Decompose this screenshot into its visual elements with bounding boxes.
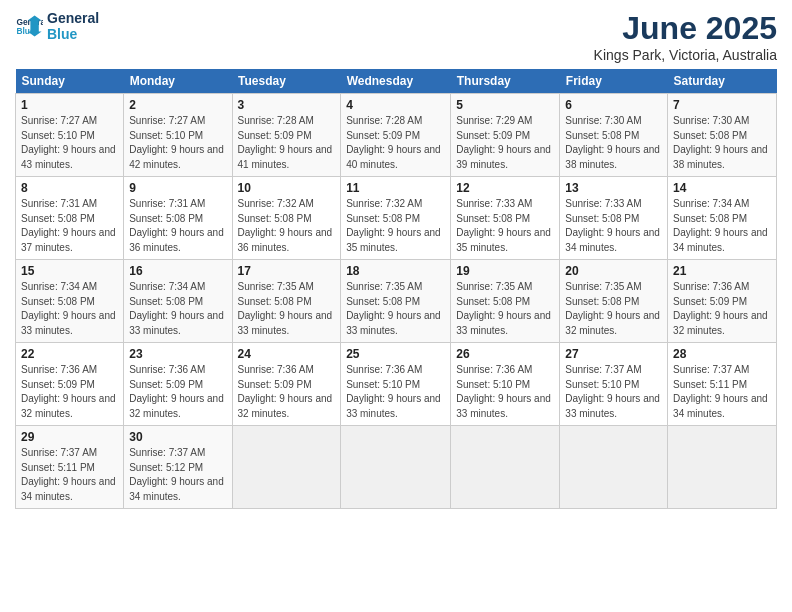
calendar-body: 1 Sunrise: 7:27 AM Sunset: 5:10 PM Dayli… — [16, 94, 777, 509]
month-title: June 2025 — [594, 10, 777, 47]
day-detail: Sunrise: 7:36 AM Sunset: 5:09 PM Dayligh… — [673, 280, 771, 338]
day-of-week-header-row: SundayMondayTuesdayWednesdayThursdayFrid… — [16, 69, 777, 94]
day-number: 21 — [673, 264, 771, 278]
day-number: 8 — [21, 181, 118, 195]
empty-cell — [560, 426, 668, 509]
day-cell-4: 4 Sunrise: 7:28 AM Sunset: 5:09 PM Dayli… — [341, 94, 451, 177]
day-number: 12 — [456, 181, 554, 195]
logo-icon: General Blue — [15, 12, 43, 40]
day-detail: Sunrise: 7:27 AM Sunset: 5:10 PM Dayligh… — [21, 114, 118, 172]
empty-cell — [341, 426, 451, 509]
day-number: 13 — [565, 181, 662, 195]
day-cell-6: 6 Sunrise: 7:30 AM Sunset: 5:08 PM Dayli… — [560, 94, 668, 177]
day-detail: Sunrise: 7:33 AM Sunset: 5:08 PM Dayligh… — [565, 197, 662, 255]
day-detail: Sunrise: 7:35 AM Sunset: 5:08 PM Dayligh… — [346, 280, 445, 338]
calendar-container: General Blue General Blue June 2025 King… — [0, 0, 792, 612]
day-number: 26 — [456, 347, 554, 361]
day-cell-22: 22 Sunrise: 7:36 AM Sunset: 5:09 PM Dayl… — [16, 343, 124, 426]
day-detail: Sunrise: 7:28 AM Sunset: 5:09 PM Dayligh… — [346, 114, 445, 172]
day-detail: Sunrise: 7:36 AM Sunset: 5:10 PM Dayligh… — [456, 363, 554, 421]
day-number: 23 — [129, 347, 226, 361]
logo: General Blue General Blue — [15, 10, 99, 42]
week-row-4: 22 Sunrise: 7:36 AM Sunset: 5:09 PM Dayl… — [16, 343, 777, 426]
day-detail: Sunrise: 7:27 AM Sunset: 5:10 PM Dayligh… — [129, 114, 226, 172]
day-detail: Sunrise: 7:37 AM Sunset: 5:11 PM Dayligh… — [673, 363, 771, 421]
day-number: 2 — [129, 98, 226, 112]
day-number: 1 — [21, 98, 118, 112]
svg-text:General: General — [16, 17, 43, 27]
day-detail: Sunrise: 7:35 AM Sunset: 5:08 PM Dayligh… — [565, 280, 662, 338]
day-cell-3: 3 Sunrise: 7:28 AM Sunset: 5:09 PM Dayli… — [232, 94, 341, 177]
logo-blue: Blue — [47, 26, 99, 42]
day-cell-17: 17 Sunrise: 7:35 AM Sunset: 5:08 PM Dayl… — [232, 260, 341, 343]
day-cell-7: 7 Sunrise: 7:30 AM Sunset: 5:08 PM Dayli… — [668, 94, 777, 177]
day-number: 25 — [346, 347, 445, 361]
day-detail: Sunrise: 7:37 AM Sunset: 5:12 PM Dayligh… — [129, 446, 226, 504]
day-cell-19: 19 Sunrise: 7:35 AM Sunset: 5:08 PM Dayl… — [451, 260, 560, 343]
day-cell-29: 29 Sunrise: 7:37 AM Sunset: 5:11 PM Dayl… — [16, 426, 124, 509]
day-number: 27 — [565, 347, 662, 361]
day-cell-20: 20 Sunrise: 7:35 AM Sunset: 5:08 PM Dayl… — [560, 260, 668, 343]
title-block: June 2025 Kings Park, Victoria, Australi… — [594, 10, 777, 63]
location-subtitle: Kings Park, Victoria, Australia — [594, 47, 777, 63]
day-number: 22 — [21, 347, 118, 361]
day-detail: Sunrise: 7:33 AM Sunset: 5:08 PM Dayligh… — [456, 197, 554, 255]
day-cell-15: 15 Sunrise: 7:34 AM Sunset: 5:08 PM Dayl… — [16, 260, 124, 343]
day-detail: Sunrise: 7:30 AM Sunset: 5:08 PM Dayligh… — [565, 114, 662, 172]
day-cell-21: 21 Sunrise: 7:36 AM Sunset: 5:09 PM Dayl… — [668, 260, 777, 343]
empty-cell — [232, 426, 341, 509]
day-detail: Sunrise: 7:30 AM Sunset: 5:08 PM Dayligh… — [673, 114, 771, 172]
day-cell-9: 9 Sunrise: 7:31 AM Sunset: 5:08 PM Dayli… — [124, 177, 232, 260]
day-cell-16: 16 Sunrise: 7:34 AM Sunset: 5:08 PM Dayl… — [124, 260, 232, 343]
day-number: 28 — [673, 347, 771, 361]
dow-header-wednesday: Wednesday — [341, 69, 451, 94]
day-cell-8: 8 Sunrise: 7:31 AM Sunset: 5:08 PM Dayli… — [16, 177, 124, 260]
day-detail: Sunrise: 7:32 AM Sunset: 5:08 PM Dayligh… — [346, 197, 445, 255]
day-number: 30 — [129, 430, 226, 444]
day-cell-28: 28 Sunrise: 7:37 AM Sunset: 5:11 PM Dayl… — [668, 343, 777, 426]
day-number: 17 — [238, 264, 336, 278]
day-detail: Sunrise: 7:35 AM Sunset: 5:08 PM Dayligh… — [238, 280, 336, 338]
logo-general: General — [47, 10, 99, 26]
day-detail: Sunrise: 7:37 AM Sunset: 5:11 PM Dayligh… — [21, 446, 118, 504]
day-cell-13: 13 Sunrise: 7:33 AM Sunset: 5:08 PM Dayl… — [560, 177, 668, 260]
day-detail: Sunrise: 7:34 AM Sunset: 5:08 PM Dayligh… — [21, 280, 118, 338]
day-cell-24: 24 Sunrise: 7:36 AM Sunset: 5:09 PM Dayl… — [232, 343, 341, 426]
dow-header-monday: Monday — [124, 69, 232, 94]
day-cell-1: 1 Sunrise: 7:27 AM Sunset: 5:10 PM Dayli… — [16, 94, 124, 177]
day-cell-10: 10 Sunrise: 7:32 AM Sunset: 5:08 PM Dayl… — [232, 177, 341, 260]
day-number: 4 — [346, 98, 445, 112]
week-row-2: 8 Sunrise: 7:31 AM Sunset: 5:08 PM Dayli… — [16, 177, 777, 260]
day-detail: Sunrise: 7:31 AM Sunset: 5:08 PM Dayligh… — [21, 197, 118, 255]
day-cell-12: 12 Sunrise: 7:33 AM Sunset: 5:08 PM Dayl… — [451, 177, 560, 260]
day-cell-14: 14 Sunrise: 7:34 AM Sunset: 5:08 PM Dayl… — [668, 177, 777, 260]
day-detail: Sunrise: 7:34 AM Sunset: 5:08 PM Dayligh… — [673, 197, 771, 255]
day-detail: Sunrise: 7:36 AM Sunset: 5:10 PM Dayligh… — [346, 363, 445, 421]
day-number: 3 — [238, 98, 336, 112]
day-number: 11 — [346, 181, 445, 195]
day-number: 7 — [673, 98, 771, 112]
day-number: 6 — [565, 98, 662, 112]
day-number: 5 — [456, 98, 554, 112]
day-number: 9 — [129, 181, 226, 195]
day-cell-30: 30 Sunrise: 7:37 AM Sunset: 5:12 PM Dayl… — [124, 426, 232, 509]
day-cell-5: 5 Sunrise: 7:29 AM Sunset: 5:09 PM Dayli… — [451, 94, 560, 177]
day-number: 19 — [456, 264, 554, 278]
dow-header-sunday: Sunday — [16, 69, 124, 94]
day-number: 14 — [673, 181, 771, 195]
day-detail: Sunrise: 7:32 AM Sunset: 5:08 PM Dayligh… — [238, 197, 336, 255]
day-number: 16 — [129, 264, 226, 278]
day-number: 20 — [565, 264, 662, 278]
week-row-1: 1 Sunrise: 7:27 AM Sunset: 5:10 PM Dayli… — [16, 94, 777, 177]
dow-header-saturday: Saturday — [668, 69, 777, 94]
day-cell-27: 27 Sunrise: 7:37 AM Sunset: 5:10 PM Dayl… — [560, 343, 668, 426]
day-detail: Sunrise: 7:28 AM Sunset: 5:09 PM Dayligh… — [238, 114, 336, 172]
day-detail: Sunrise: 7:29 AM Sunset: 5:09 PM Dayligh… — [456, 114, 554, 172]
day-number: 24 — [238, 347, 336, 361]
day-detail: Sunrise: 7:37 AM Sunset: 5:10 PM Dayligh… — [565, 363, 662, 421]
day-cell-2: 2 Sunrise: 7:27 AM Sunset: 5:10 PM Dayli… — [124, 94, 232, 177]
empty-cell — [451, 426, 560, 509]
dow-header-friday: Friday — [560, 69, 668, 94]
day-cell-26: 26 Sunrise: 7:36 AM Sunset: 5:10 PM Dayl… — [451, 343, 560, 426]
day-number: 18 — [346, 264, 445, 278]
